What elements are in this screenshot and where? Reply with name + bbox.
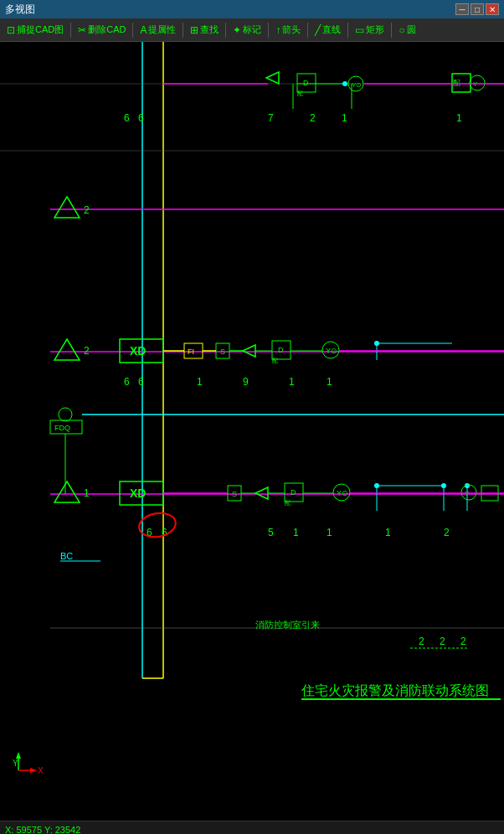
svg-text:D: D (303, 79, 309, 87)
svg-text:XD: XD (130, 486, 146, 500)
svg-text:配: 配 (297, 90, 303, 96)
svg-text:Y⊙: Y⊙ (352, 81, 362, 89)
svg-text:1: 1 (342, 112, 347, 124)
line-icon: ╱ (315, 24, 321, 36)
svg-text:D: D (291, 488, 296, 497)
svg-text:2: 2 (310, 112, 316, 124)
svg-text:配: 配 (285, 500, 291, 506)
svg-text:配: 配 (272, 358, 278, 363)
svg-text:6: 6 (138, 112, 144, 124)
svg-text:2: 2 (440, 636, 445, 647)
title-bar: 多视图 ─ □ ✕ (0, 0, 504, 18)
svg-text:Y⊙: Y⊙ (337, 489, 348, 497)
maximize-button[interactable]: □ (471, 3, 484, 15)
line-button[interactable]: ╱ 直线 (311, 22, 344, 38)
find-icon: ⊞ (190, 24, 198, 36)
svg-text:1: 1 (289, 376, 295, 388)
rect-button[interactable]: ▭ 矩形 (352, 22, 388, 38)
sep2 (132, 23, 133, 38)
delete-cad-button[interactable]: ✂ 删除CAD (75, 22, 129, 38)
mark-label: 标记 (243, 23, 261, 36)
svg-point-119 (342, 81, 347, 86)
properties-label: 提属性 (148, 23, 176, 36)
status-bar: X: 59575 Y: 23542 (0, 821, 504, 834)
cad-drawing: D 配 Y⊙ Y 7 2 1 1 6 6 2 2 1 XD (0, 42, 504, 821)
svg-rect-0 (0, 42, 504, 821)
delete-icon: ✂ (78, 24, 86, 36)
svg-text:2: 2 (84, 345, 90, 357)
svg-text:住宅火灾报警及消防联动系统图: 住宅火灾报警及消防联动系统图 (301, 683, 489, 698)
circle-button[interactable]: ○ 圆 (395, 22, 419, 38)
svg-text:1: 1 (293, 527, 299, 538)
circle-icon: ○ (399, 24, 404, 36)
svg-text:7: 7 (268, 112, 274, 124)
svg-text:Y⊙: Y⊙ (326, 347, 337, 355)
mark-icon: ✦ (233, 24, 241, 36)
svg-text:BC: BC (60, 551, 73, 561)
svg-text:XD: XD (130, 344, 146, 358)
svg-text:消防控制室引来: 消防控制室引来 (255, 620, 320, 630)
svg-text:Y: Y (13, 759, 18, 768)
circle-label: 圆 (407, 23, 416, 36)
svg-text:1: 1 (385, 527, 391, 538)
rect-label: 矩形 (366, 23, 384, 36)
sep6 (307, 23, 308, 38)
cad-canvas-area[interactable]: D 配 Y⊙ Y 7 2 1 1 6 6 2 2 1 XD (0, 42, 504, 821)
svg-text:1: 1 (327, 527, 332, 538)
svg-text:S: S (232, 490, 237, 498)
find-button[interactable]: ⊞ 查找 (187, 22, 222, 38)
capture-cad-button[interactable]: ⊡ 捕捉CAD图 (3, 22, 67, 38)
close-button[interactable]: ✕ (486, 3, 499, 15)
svg-text:2: 2 (419, 636, 424, 647)
capture-icon: ⊡ (7, 24, 15, 36)
arrow-label: 箭头 (282, 23, 301, 36)
minimize-button[interactable]: ─ (455, 3, 469, 15)
svg-text:2: 2 (460, 636, 466, 647)
sep3 (183, 23, 183, 38)
svg-text:D: D (278, 346, 284, 354)
svg-text:X: X (38, 766, 44, 775)
svg-text:6: 6 (138, 376, 144, 388)
svg-text:FDQ: FDQ (54, 424, 70, 432)
sep8 (391, 23, 392, 38)
sep1 (70, 23, 71, 38)
svg-text:5: 5 (268, 527, 274, 538)
properties-icon: A (140, 24, 147, 36)
window-title: 多视图 (5, 3, 35, 17)
arrow-icon: ↑ (275, 24, 280, 36)
sep5 (268, 23, 269, 38)
svg-text:1: 1 (456, 112, 462, 124)
sep4 (225, 23, 226, 38)
svg-text:S: S (220, 348, 225, 356)
svg-text:6: 6 (124, 376, 130, 388)
svg-text:配: 配 (453, 79, 460, 87)
svg-text:2: 2 (84, 204, 90, 216)
toolbar: ⊡ 捕捉CAD图 ✂ 删除CAD A 提属性 ⊞ 查找 ✦ 标记 ↑ 箭头 ╱ … (0, 18, 504, 42)
mark-button[interactable]: ✦ 标记 (229, 22, 265, 38)
line-label: 直线 (322, 23, 341, 36)
delete-label: 删除CAD (88, 23, 126, 36)
svg-text:2: 2 (444, 527, 450, 538)
coordinate-display: X: 59575 Y: 23542 (5, 825, 80, 835)
find-label: 查找 (200, 23, 219, 36)
svg-text:1: 1 (84, 487, 90, 499)
rect-icon: ▭ (355, 24, 364, 36)
sep7 (347, 23, 348, 38)
window-controls[interactable]: ─ □ ✕ (455, 3, 499, 15)
svg-text:9: 9 (243, 376, 249, 388)
svg-text:FI: FI (188, 348, 194, 356)
arrow-button[interactable]: ↑ 箭头 (272, 22, 304, 38)
svg-text:1: 1 (327, 376, 332, 388)
capture-label: 捕捉CAD图 (17, 23, 64, 36)
svg-text:6: 6 (124, 112, 130, 124)
svg-text:1: 1 (197, 376, 203, 388)
properties-button[interactable]: A 提属性 (136, 22, 179, 38)
